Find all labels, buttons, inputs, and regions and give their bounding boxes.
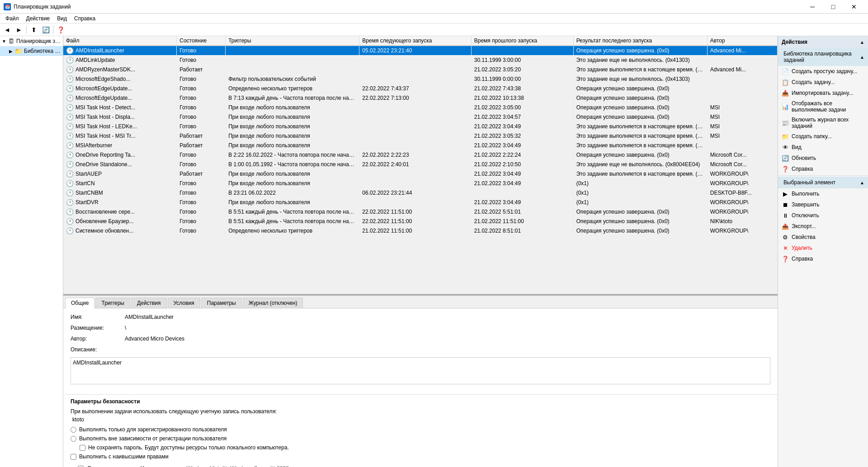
table-row[interactable]: 🕐Восстановление сере...ГотовоВ 5:51 кажд… bbox=[63, 207, 778, 217]
table-row[interactable]: 🕐StartCNГотовоПри входе любого пользоват… bbox=[63, 179, 778, 188]
task-icon-11: 🕐OneDrive Reporting Ta... bbox=[66, 151, 135, 159]
table-row[interactable]: 🕐StartAUEPРаботаетПри входе любого польз… bbox=[63, 169, 778, 179]
cell-3-5: Это задание еще не выполнялось. (0x41303… bbox=[573, 75, 707, 84]
selected-action-4[interactable]: ⚙Свойства bbox=[778, 232, 868, 243]
cell-15-0: 🕐StartCNBM bbox=[63, 188, 177, 198]
tab-actions[interactable]: Действия bbox=[131, 298, 167, 308]
tab-general[interactable]: Общие bbox=[65, 298, 94, 308]
detail-label-location: Размещение: bbox=[71, 325, 125, 331]
cell-12-6: Microsoft Cor... bbox=[707, 160, 777, 169]
toolbar-help[interactable]: ❓ bbox=[55, 25, 66, 35]
table-row[interactable]: 🕐MSI Task Host - Detect...ГотовоПри вход… bbox=[63, 103, 778, 112]
menu-action[interactable]: Действие bbox=[23, 14, 54, 23]
table-row[interactable]: 🕐MicrosoftEdgeShadо...ГотовоФильтр польз… bbox=[63, 75, 778, 84]
table-row[interactable]: 🕐Системное обновлен...ГотовоОпределено н… bbox=[63, 226, 778, 236]
selected-actions-header[interactable]: Выбранный элемент ▲ bbox=[778, 177, 868, 188]
radio-any-input[interactable] bbox=[71, 436, 76, 442]
cell-3-0: 🕐MicrosoftEdgeShadо... bbox=[63, 75, 177, 84]
tab-triggers[interactable]: Триггеры bbox=[95, 298, 130, 308]
col-state[interactable]: Состояние bbox=[177, 36, 226, 46]
menu-file[interactable]: Файл bbox=[2, 14, 23, 23]
library-action-4[interactable]: 📰Включить журнал всех заданий bbox=[778, 115, 868, 131]
menu-help[interactable]: Справка bbox=[71, 14, 99, 23]
table-row[interactable]: 🕐AMDInstallLauncherГотово05.02.2022 23:2… bbox=[63, 46, 778, 56]
col-next-run[interactable]: Время следующего запуска bbox=[359, 36, 471, 46]
selected-action-0[interactable]: ▶Выполнить bbox=[778, 188, 868, 199]
toolbar-back[interactable]: ◄ bbox=[2, 25, 13, 35]
library-action-0[interactable]: 📄Создать простую задачу... bbox=[778, 66, 868, 77]
toolbar-forward[interactable]: ► bbox=[14, 25, 24, 35]
cell-5-5: Операция успешно завершена. (0x0) bbox=[573, 93, 707, 103]
actions-arrow: ▲ bbox=[860, 40, 864, 45]
cell-11-6: Microsoft Cor... bbox=[707, 150, 777, 160]
toolbar-refresh[interactable]: 🔄 bbox=[40, 25, 51, 35]
selected-action-5[interactable]: ✕Удалить bbox=[778, 243, 868, 253]
tree-label-root: Планировщик задани... (Лок... bbox=[16, 38, 61, 44]
selected-action-3[interactable]: 📤Экспорт... bbox=[778, 221, 868, 232]
library-actions-header[interactable]: Библиотека планировщика заданий ▲ bbox=[778, 48, 868, 66]
table-row[interactable]: 🕐MicrosoftEdgeUpdate...ГотовоОпределено … bbox=[63, 84, 778, 93]
table-row[interactable]: 🕐AMDRyzenMasterSDK...Работает21.02.2022 … bbox=[63, 65, 778, 75]
checkbox-no-password-input[interactable] bbox=[80, 445, 85, 451]
table-row[interactable]: 🕐MSIAfterburnerРаботаетПри входе любого … bbox=[63, 141, 778, 150]
selected-action-2[interactable]: ⏸Отключить bbox=[778, 210, 868, 221]
tab-conditions[interactable]: Условия bbox=[168, 298, 200, 308]
cell-10-4: 21.02.2022 3:04:49 bbox=[471, 141, 573, 150]
cell-11-2: В 2:22 16.02.2022 - Частота повтора посл… bbox=[226, 150, 359, 160]
selected-action-1[interactable]: ⏹Завершить bbox=[778, 199, 868, 210]
task-icon-10: 🕐MSIAfterburner bbox=[66, 142, 112, 149]
table-row[interactable]: 🕐Обновление Браузер...ГотовоВ 5:51 кажды… bbox=[63, 217, 778, 226]
cell-3-1: Готово bbox=[177, 75, 226, 84]
cell-3-3 bbox=[359, 75, 471, 84]
actions-title: Действия bbox=[782, 39, 807, 45]
cell-5-1: Готово bbox=[177, 93, 226, 103]
detail-content: Имя: AMDInstallLauncher Размещение: \ Ав… bbox=[63, 308, 778, 394]
library-action-1[interactable]: 📋Создать задачу... bbox=[778, 77, 868, 88]
selected-action-icon-1: ⏹ bbox=[782, 201, 789, 208]
close-button[interactable]: ✕ bbox=[844, 0, 864, 14]
library-action-7[interactable]: 🔄Обновить bbox=[778, 153, 868, 163]
actions-header[interactable]: Действия ▲ bbox=[778, 36, 868, 48]
tree-item-root[interactable]: ▼ 🗓 Планировщик задани... (Лок... bbox=[0, 36, 63, 46]
col-name[interactable]: Файл bbox=[63, 36, 177, 46]
col-last-result[interactable]: Результат последнего запуска bbox=[573, 36, 707, 46]
library-action-2[interactable]: 📥Импортировать задачу... bbox=[778, 88, 868, 98]
table-row[interactable]: 🕐MicrosoftEdgeUpdate...ГотовоВ 7:13 кажд… bbox=[63, 93, 778, 103]
library-action-3[interactable]: 📊Отображать все выполняемые задачи bbox=[778, 98, 868, 115]
cell-9-0: 🕐MSI Task Host - MSI Tr... bbox=[63, 131, 177, 141]
tab-settings[interactable]: Параметры bbox=[201, 298, 242, 308]
maximize-button[interactable]: □ bbox=[823, 0, 844, 14]
tab-journal[interactable]: Журнал (отключен) bbox=[243, 298, 303, 308]
minimize-button[interactable]: ─ bbox=[802, 0, 823, 14]
cell-9-6: MSI bbox=[707, 131, 777, 141]
table-row[interactable]: 🕐OneDrive Standalone...ГотовоВ 1:00 01.0… bbox=[63, 160, 778, 169]
col-last-run[interactable]: Время прошлого запуска bbox=[471, 36, 573, 46]
library-action-6[interactable]: 👁Вид bbox=[778, 142, 868, 153]
table-row[interactable]: 🕐StartDVRГотовоПри входе любого пользова… bbox=[63, 198, 778, 207]
checkbox-highest-input[interactable] bbox=[71, 454, 76, 460]
cell-9-4: 21.02.2022 3:05:32 bbox=[471, 131, 573, 141]
radio-any: Выполнять вне зависимости от регистрации… bbox=[71, 435, 770, 442]
table-row[interactable]: 🕐OneDrive Reporting Ta...ГотовоВ 2:22 16… bbox=[63, 150, 778, 160]
col-author[interactable]: Автор bbox=[707, 36, 777, 46]
selected-action-6[interactable]: ❓Справка bbox=[778, 253, 868, 264]
radio-registered-input[interactable] bbox=[71, 427, 76, 433]
tree-item-library[interactable]: ▶ 📁 Библиотека планировщ... bbox=[0, 46, 63, 56]
checkbox-highest: Выполнить с наивысшими правами bbox=[71, 453, 770, 460]
task-table-wrapper[interactable]: Файл Состояние Триггеры Время следующего… bbox=[63, 36, 778, 295]
menu-view[interactable]: Вид bbox=[53, 14, 71, 23]
library-action-8[interactable]: ❓Справка bbox=[778, 163, 868, 174]
cell-7-0: 🕐MSI Task Host - Displa... bbox=[63, 112, 177, 122]
hidden-task-checkbox[interactable] bbox=[78, 466, 84, 467]
col-trigger[interactable]: Триггеры bbox=[226, 36, 359, 46]
table-row[interactable]: 🕐AMDLinkUpdateГотово30.11.1999 3:00:00Эт… bbox=[63, 56, 778, 65]
table-row[interactable]: 🕐MSI Task Host - MSI Tr...РаботаетПри вх… bbox=[63, 131, 778, 141]
library-action-5[interactable]: 📁Создать папку... bbox=[778, 131, 868, 142]
hidden-task-row: Скрытая задача Настроить для: Windows Vi… bbox=[71, 462, 770, 467]
cell-1-2 bbox=[226, 56, 359, 65]
cell-16-4: 21.02.2022 3:04:49 bbox=[471, 198, 573, 207]
table-row[interactable]: 🕐MSI Task Host - LEDKe...ГотовоПри входе… bbox=[63, 122, 778, 131]
table-row[interactable]: 🕐StartCNBMГотовоВ 23:21 06.02.202206.02.… bbox=[63, 188, 778, 198]
table-row[interactable]: 🕐MSI Task Host - Displa...ГотовоПри вход… bbox=[63, 112, 778, 122]
toolbar-up[interactable]: ⬆ bbox=[28, 25, 39, 35]
